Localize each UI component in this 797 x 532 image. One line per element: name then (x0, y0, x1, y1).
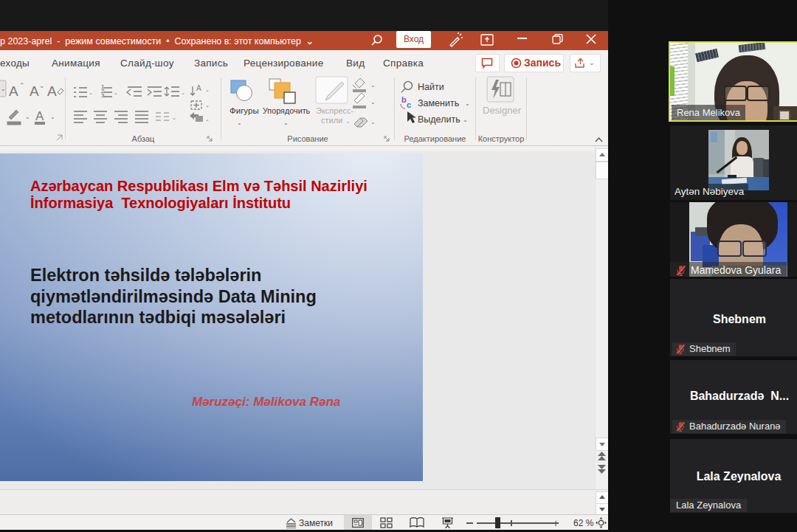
svg-text:⌄: ⌄ (463, 117, 468, 123)
svg-text:Заменить: Заменить (418, 98, 459, 108)
svg-text:A: A (47, 83, 57, 99)
svg-text:⌄: ⌄ (1, 86, 6, 92)
svg-text:b: b (401, 95, 407, 104)
svg-text:c: c (407, 100, 411, 109)
svg-text:Экспресс-: Экспресс- (316, 106, 354, 115)
svg-text:Designer: Designer (483, 105, 522, 116)
svg-text:A: A (35, 109, 44, 123)
svg-text:⌄: ⌄ (370, 119, 376, 125)
svg-text:Фигуры: Фигуры (230, 106, 259, 115)
svg-text:⌄: ⌄ (205, 87, 210, 92)
svg-text:⌄: ⌄ (114, 90, 118, 95)
svg-text:Упорядочить: Упорядочить (263, 106, 311, 115)
svg-text:Выделить: Выделить (418, 114, 460, 125)
svg-text:⌄: ⌄ (370, 99, 376, 106)
svg-text:A: A (9, 83, 18, 99)
svg-text:⌄: ⌄ (172, 115, 176, 120)
svg-text:A: A (196, 84, 201, 92)
svg-text:⌄: ⌄ (39, 82, 45, 89)
svg-text:Найти: Найти (418, 82, 444, 92)
svg-text:⌄: ⌄ (370, 82, 376, 89)
svg-text:⌄: ⌄ (205, 103, 210, 108)
svg-text:⌄: ⌄ (50, 114, 55, 120)
svg-text:⌄: ⌄ (345, 118, 351, 125)
svg-text:⌄: ⌄ (205, 117, 210, 122)
svg-text:стили: стили (321, 116, 342, 125)
svg-text:3: 3 (101, 92, 105, 99)
svg-text:⌃: ⌃ (19, 82, 25, 89)
svg-text:⌄: ⌄ (25, 114, 30, 120)
svg-text:⌄: ⌄ (237, 120, 242, 126)
svg-text:A: A (30, 83, 39, 99)
svg-text:⌄: ⌄ (181, 90, 185, 95)
svg-text:⌄: ⌄ (465, 100, 470, 107)
svg-text:⌄: ⌄ (89, 90, 93, 95)
svg-text:⌄: ⌄ (283, 120, 289, 126)
